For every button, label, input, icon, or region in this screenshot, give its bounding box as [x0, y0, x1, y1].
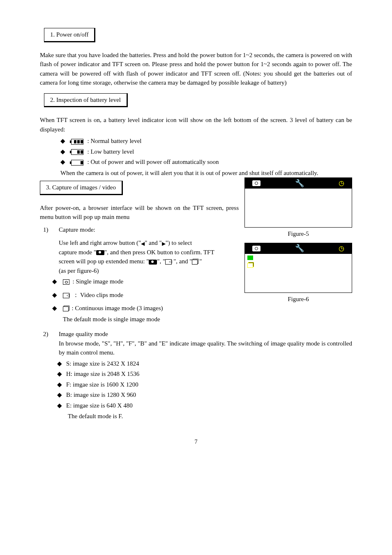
battery-empty-icon — [71, 160, 83, 166]
continuous-small-icon — [192, 260, 198, 265]
right-arrow-icon: ▶ — [162, 241, 166, 246]
battery-low: : Low battery level — [60, 147, 352, 157]
quality-s: S: image xize is 2432 X 1824 — [57, 359, 352, 368]
camera-dark-icon — [149, 260, 157, 265]
quality-mode-item: 2) Image quality mode In browse mode, "S… — [43, 329, 352, 357]
video-green-icon — [247, 256, 253, 260]
timer-icon: ◷ — [339, 178, 344, 188]
quality-default: The default mode is F. — [40, 412, 352, 421]
quality-list: S: image xize is 2432 X 1824 H: image si… — [40, 359, 352, 410]
battery-paragraph: When TFT screen is on, a battery level i… — [40, 115, 352, 134]
figures-column: 🔧 ◷ Figure-5 🔧 ◷ Figure-6 — [244, 177, 352, 308]
quality-b: B: image size is 1280 X 960 — [57, 390, 352, 400]
figure-5-bar: 🔧 ◷ — [245, 178, 352, 189]
camera-dark-icon — [96, 250, 104, 255]
wrench-icon: 🔧 — [295, 178, 304, 189]
page-number: 7 — [40, 438, 352, 446]
capture-line3: screen will pop up extended menu: "", ""… — [59, 257, 239, 266]
camera-icon — [252, 246, 261, 251]
quality-desc: In browse mode, "S", "H", "F", "B" and "… — [59, 339, 352, 357]
quality-h: H: image size is 2048 X 1536 — [57, 369, 352, 379]
figure-6-sidebar — [245, 254, 352, 292]
video-clips-icon — [63, 293, 69, 298]
figure-6-box: 🔧 ◷ — [244, 243, 352, 293]
section-3-heading: 3. Capture of images / video — [40, 181, 123, 195]
section-1-heading: 1. Power on/off — [44, 28, 95, 42]
battery-low-icon — [71, 149, 83, 155]
capture-line1: Use left and right arrow button ("◀" and… — [59, 238, 239, 248]
section-2-heading: 2. Inspection of battery level — [44, 93, 128, 108]
figure-6-bar: 🔧 ◷ — [245, 243, 352, 254]
capture-mode-item: 1) Capture mode: Use left and right arro… — [43, 225, 239, 276]
quality-title: Image quality mode — [59, 329, 352, 339]
figure-5-caption: Figure-5 — [244, 229, 352, 239]
battery-normal: : Normal battery level — [60, 136, 352, 146]
left-arrow-icon: ◀ — [141, 241, 145, 246]
battery-full-icon — [71, 139, 83, 145]
single-image-icon — [63, 279, 69, 285]
capture-mode-title: Capture mode: — [59, 225, 239, 235]
battery-list: : Normal battery level : Low battery lev… — [40, 136, 352, 167]
timer-icon: ◷ — [339, 244, 344, 253]
figure-6-caption: Figure-6 — [244, 295, 352, 304]
capture-line4: (as per figure-6) — [59, 266, 239, 276]
quality-e: E: imgae size is 640 X 480 — [57, 401, 352, 410]
battery-note: When the camera is out of power, it will… — [40, 168, 352, 178]
camera-icon — [252, 180, 261, 186]
capture-default: The default mode is single image mode — [40, 315, 352, 324]
battery-out: : Out of power and will power off automa… — [60, 157, 352, 167]
continuous-image-icon — [63, 306, 69, 311]
power-paragraph: Make sure that you have loaded the batte… — [40, 51, 352, 88]
video-small-icon — [165, 259, 172, 265]
wrench-icon: 🔧 — [295, 243, 304, 254]
capture-line2: capture mode "", and then press OK butto… — [59, 248, 239, 257]
quality-f: F: imgae size is 1600 X 1200 — [57, 380, 352, 389]
figure-5-box: 🔧 ◷ — [244, 177, 352, 228]
continuous-yellow-icon — [247, 263, 253, 268]
